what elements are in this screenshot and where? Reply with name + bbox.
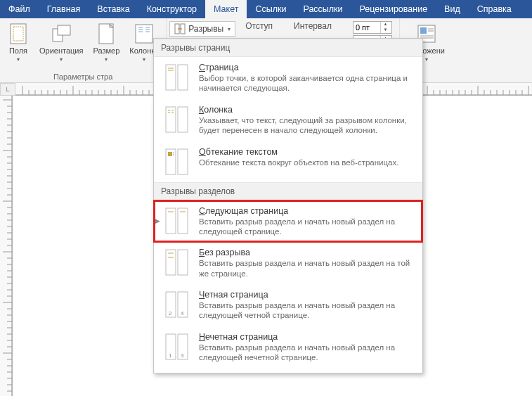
option-description: Вставить разрыв раздела и начать новый р… [199,300,414,321]
svg-text:3: 3 [181,352,184,359]
breaks-dropdown: Разрывы страниц СтраницаВыбор точки, в к… [153,38,423,373]
tab-references[interactable]: Ссылки [247,0,294,18]
size-label: Размер [93,46,119,55]
option-title: Обтекание текстом [199,147,414,157]
svg-rect-154 [178,65,188,90]
size-button[interactable]: Размер ▾ [90,21,122,64]
orientation-icon [50,23,72,45]
option-thumb-icon: 13 [164,332,190,362]
tab-review[interactable]: Рецензирование [351,0,436,18]
tab-help[interactable]: Справка [469,0,520,18]
option-description: Указывает, что текст, следующий за разры… [199,115,414,136]
option-thumb-icon [164,248,190,277]
caret-icon: ▾ [143,56,145,63]
ribbon-tabs: Файл Главная Вставка Конструктор Макет С… [0,0,532,18]
svg-rect-158 [178,107,188,132]
caret-icon: ▾ [425,56,428,63]
spacing-label: Интервал [294,21,332,31]
breaks-button[interactable]: Разрывы ▾ [169,21,235,37]
svg-rect-157 [166,107,176,132]
option-thumb-icon [164,105,190,134]
option-description: Вставить разрыв раздела и начать новый р… [199,343,414,363]
option-description: Вставить разрыв раздела и начать новый р… [199,217,414,237]
svg-rect-3 [58,25,70,35]
caret-icon: ▾ [228,26,231,32]
size-icon [95,23,117,45]
selection-arrow-icon: ▶ [155,217,160,224]
option-description: Вставить разрыв раздела и начать новый р… [199,258,414,279]
option-title: Страница [199,63,414,72]
orientation-label: Ориентация [39,46,83,55]
caret-icon: ▾ [60,56,63,63]
section-header-section-breaks: Разрывы разделов [154,182,422,200]
tab-view[interactable]: Вид [436,0,469,18]
breaks-option[interactable]: Обтекание текстомОбтекание текста вокруг… [154,141,422,182]
breaks-option[interactable]: 13Нечетная страницаВставить разрыв разде… [154,326,422,369]
option-thumb-icon [164,147,190,177]
page-setup-group-label: Параметры стра [53,71,112,81]
breaks-label: Разрывы [188,24,223,34]
down-arrow-icon[interactable]: ▼ [381,27,390,33]
svg-text:1: 1 [169,352,172,359]
svg-rect-164 [178,149,188,174]
breaks-option[interactable]: СтраницаВыбор точки, в которой заканчива… [154,57,422,99]
option-title: Нечетная страница [199,332,414,342]
caret-icon: ▾ [17,56,20,63]
caret-icon: ▾ [105,56,108,63]
option-title: Без разрыва [199,248,414,257]
option-description: Обтекание текста вокруг объектов на веб-… [199,158,414,167]
up-arrow-icon[interactable]: ▲ [381,22,390,27]
option-title: Колонка [199,105,414,115]
spacing-before-input[interactable] [353,23,380,32]
orientation-button[interactable]: Ориентация ▾ [37,21,86,64]
columns-icon [133,23,155,45]
breaks-option[interactable]: КолонкаУказывает, что текст, следующий з… [154,99,422,141]
option-thumb-icon [164,206,190,236]
option-thumb-icon: 24 [164,290,190,319]
option-title: Следующая страница [199,206,414,216]
tab-home[interactable]: Главная [39,0,89,18]
svg-rect-15 [420,27,427,34]
tab-file[interactable]: Файл [0,0,39,18]
vertical-ruler[interactable] [0,96,13,396]
svg-text:2: 2 [169,310,172,317]
margins-icon [7,23,30,45]
breaks-option[interactable]: ▶Следующая страницаВставить разрыв разде… [154,200,422,243]
tab-insert[interactable]: Вставка [89,0,138,18]
option-description: Выбор точки, в которой заканчивается одн… [199,73,414,94]
indent-label: Отступ [245,21,273,31]
spacing-before-spinner[interactable]: ▲▼ [353,21,392,34]
tab-layout[interactable]: Макет [205,0,247,18]
option-thumb-icon [164,63,190,92]
breaks-option[interactable]: 24Четная страницаВставить разрыв раздела… [154,284,422,326]
svg-rect-5 [136,25,153,43]
margins-button[interactable]: Поля ▾ [4,21,32,64]
svg-text:4: 4 [181,310,184,317]
option-title: Четная страница [199,290,414,300]
svg-rect-165 [168,152,172,156]
breaks-option[interactable]: Без разрываВставить разрыв раздела и нач… [154,242,422,284]
ruler-corner: L [0,83,15,96]
svg-rect-173 [178,250,188,275]
margins-label: Поля [9,46,27,55]
group-page-setup: Поля ▾ Ориентация ▾ Размер ▾ [0,18,167,82]
tab-mailings[interactable]: Рассылки [294,0,351,18]
tab-design[interactable]: Конструктор [138,0,205,18]
section-header-page-breaks: Разрывы страниц [154,39,422,57]
breaks-icon [174,23,186,34]
